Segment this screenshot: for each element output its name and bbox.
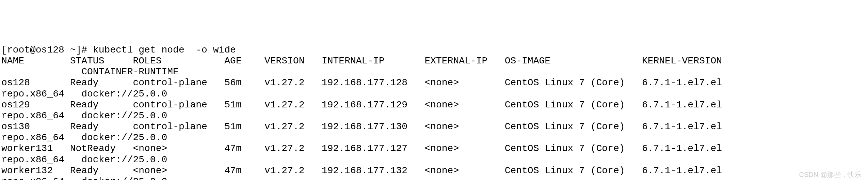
table-body: os128 Ready control-plane 56m v1.27.2 19…: [1, 77, 722, 180]
header-row: NAME STATUS ROLES AGE VERSION INTERNAL-I…: [1, 56, 722, 77]
terminal-output: [root@os128 ~]# kubectl get node -o wide…: [0, 44, 868, 180]
command-text: kubectl get node -o wide: [93, 45, 236, 55]
watermark-text: CSDN @那些，快乐: [799, 171, 861, 179]
shell-prompt: [root@os128 ~]#: [1, 45, 93, 55]
